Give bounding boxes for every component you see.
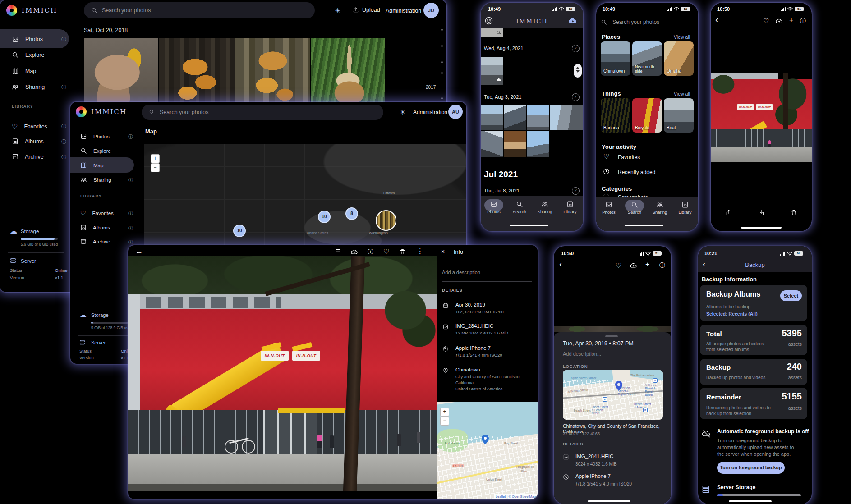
photo-thumbnail[interactable]	[481, 105, 503, 130]
search-input[interactable]: Search your photos	[601, 19, 659, 25]
back-button[interactable]: ‹	[715, 14, 718, 25]
info-icon[interactable]: ⓘ	[128, 177, 133, 183]
info-icon[interactable]: ⓘ	[61, 84, 66, 91]
home-indicator[interactable]	[729, 500, 772, 502]
photo-thumbnail[interactable]	[504, 131, 526, 157]
sidebar-item-map[interactable]: Map	[80, 162, 103, 169]
add-to-album-button[interactable]: +	[645, 261, 649, 269]
share-button[interactable]	[725, 209, 732, 216]
info-icon[interactable]: ⓘ	[61, 138, 66, 145]
nav-item-library[interactable]: Library	[557, 201, 583, 214]
place-card[interactable]: Omaha	[664, 41, 694, 76]
drag-handle[interactable]	[605, 335, 618, 337]
sidebar-item-map[interactable]: Map	[12, 68, 36, 75]
location-map[interactable]: Hyde Street Harbor The Embarcadero Jeffe…	[563, 370, 663, 420]
map-cluster-marker[interactable]: 10	[318, 211, 331, 223]
photo-viewer-image[interactable]: IN-N-OUT IN-N-OUT	[128, 256, 440, 491]
archive-button[interactable]	[758, 209, 765, 216]
map-photo-marker[interactable]	[376, 210, 396, 231]
map-cluster-marker[interactable]: 8	[345, 207, 358, 220]
photo-thumbnail[interactable]	[481, 28, 503, 37]
nav-item-sharing[interactable]: Sharing	[647, 201, 672, 215]
administration-link[interactable]: Administration	[413, 109, 447, 115]
home-indicator[interactable]	[741, 227, 782, 229]
location-name[interactable]: Chinatown	[455, 367, 480, 372]
place-card[interactable]: Near north side	[632, 41, 662, 76]
places-view-all-link[interactable]: View all	[674, 34, 690, 40]
photo-thumbnail[interactable]	[550, 105, 583, 130]
close-icon[interactable]: ×	[441, 248, 445, 255]
add-to-album-button[interactable]: +	[789, 16, 793, 24]
info-icon[interactable]: ⓘ	[61, 154, 66, 160]
select-all-checkbox[interactable]: ✓	[572, 93, 580, 101]
thing-card[interactable]: Bicycle	[632, 98, 662, 133]
sidebar-item-sharing[interactable]: Sharing	[80, 176, 111, 183]
sidebar-item-sharing[interactable]: Sharing	[12, 83, 45, 91]
home-indicator[interactable]	[510, 225, 548, 226]
map-cluster-marker[interactable]: 10	[233, 225, 246, 237]
sidebar-item-albums[interactable]: Albums	[80, 225, 110, 231]
nav-item-library[interactable]: Library	[672, 201, 698, 215]
upload-button[interactable]: Upload	[353, 7, 380, 13]
info-icon[interactable]: ⓘ	[128, 225, 133, 232]
home-indicator[interactable]	[588, 500, 630, 502]
info-button[interactable]: ⓘ	[800, 17, 806, 25]
map-zoom-out-button[interactable]: −	[151, 163, 160, 172]
theme-toggle-button[interactable]: ☀	[400, 108, 405, 116]
photo-thumbnail[interactable]	[504, 105, 526, 130]
sidebar-item-photos[interactable]: Photos	[80, 133, 110, 140]
info-button[interactable]: ⓘ	[659, 261, 665, 270]
map-zoom-in-button[interactable]: +	[440, 408, 449, 417]
back-button[interactable]: ←	[135, 247, 143, 256]
photo-thumbnail[interactable]	[527, 105, 549, 130]
cloud-upload-button[interactable]	[776, 18, 783, 25]
map-zoom-in-button[interactable]: +	[151, 154, 160, 163]
thing-card[interactable]: Boat	[664, 98, 694, 133]
info-button[interactable]: ⓘ	[368, 248, 373, 256]
favorite-button[interactable]: ♡	[616, 261, 621, 270]
administration-link[interactable]: Administration	[386, 8, 421, 14]
recently-added-item[interactable]: Recently added	[618, 169, 655, 175]
map-attribution[interactable]: Leaflet | © OpenStreetMap	[494, 494, 538, 499]
map-zoom-out-button[interactable]: −	[440, 417, 449, 426]
user-avatar[interactable]: JD	[423, 3, 439, 18]
immich-logo[interactable]: IMMICH	[76, 106, 127, 117]
home-indicator[interactable]	[625, 225, 663, 226]
photo-thumbnail[interactable]	[481, 131, 503, 157]
cloud-upload-button[interactable]	[630, 262, 637, 269]
sidebar-item-explore[interactable]: Explore	[12, 51, 44, 59]
thing-card[interactable]: Banana	[601, 98, 630, 133]
location-minimap[interactable]: Fort Mason Bay Street US 101 Union Stree…	[437, 402, 538, 499]
nav-item-photos[interactable]: Photos	[596, 201, 621, 215]
info-icon[interactable]: ⓘ	[128, 239, 133, 246]
sidebar-item-explore[interactable]: Explore	[80, 147, 111, 154]
delete-button[interactable]	[790, 209, 797, 216]
select-albums-button[interactable]: Select	[780, 290, 802, 301]
nav-item-search[interactable]: Search	[507, 201, 532, 214]
timeline-scrubber-handle[interactable]	[574, 64, 582, 78]
add-description-field[interactable]: Add description...	[563, 351, 601, 357]
select-all-checkbox[interactable]: ✓	[572, 187, 580, 195]
favorite-button[interactable]: ♡	[383, 247, 389, 256]
cloud-upload-button[interactable]	[351, 248, 358, 256]
things-view-all-link[interactable]: View all	[674, 91, 690, 96]
theme-toggle-button[interactable]: ☀	[335, 7, 340, 15]
back-button[interactable]: ‹	[559, 259, 562, 269]
backup-cloud-icon[interactable]	[568, 16, 577, 27]
more-options-button[interactable]: ⋮	[417, 247, 423, 255]
sidebar-item-favorites[interactable]: ♡ Favorites	[12, 123, 47, 131]
turn-on-backup-button[interactable]: Turn on foreground backup	[717, 462, 785, 474]
info-icon[interactable]: ⓘ	[61, 36, 66, 43]
nav-item-sharing[interactable]: Sharing	[532, 201, 557, 214]
photo-thumbnail[interactable]	[527, 131, 549, 157]
add-description-field[interactable]: Add a description	[442, 270, 480, 275]
archive-button[interactable]	[335, 248, 341, 255]
photo-thumbnail[interactable]	[481, 57, 503, 85]
sidebar-item-archive[interactable]: Archive	[12, 153, 44, 160]
favorite-button[interactable]: ♡	[763, 17, 769, 25]
sidebar-item-photos[interactable]: Photos	[12, 36, 43, 43]
photo-viewer-image[interactable]	[554, 326, 671, 332]
info-icon[interactable]: ⓘ	[61, 123, 66, 130]
nav-item-search[interactable]: Search	[622, 201, 647, 215]
search-input[interactable]: Search your photos	[142, 105, 383, 120]
